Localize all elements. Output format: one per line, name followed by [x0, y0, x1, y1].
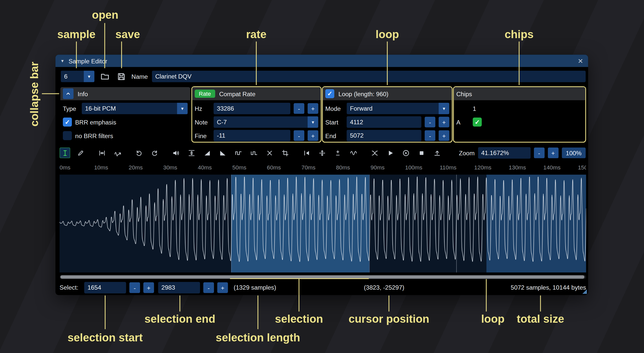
sample-type-select[interactable]: 16-bit PCM ▼	[82, 103, 188, 114]
type-label: Type	[63, 105, 78, 112]
toolbar-separator	[128, 149, 128, 157]
loop-mode-row: Mode Forward ▼	[325, 103, 449, 114]
annotation-loop-bottom: loop	[481, 313, 505, 325]
loop-start-increase-button[interactable]: +	[439, 117, 449, 127]
selection-start-input[interactable]: 1654	[84, 282, 126, 293]
window-title: Sample Editor	[69, 57, 107, 64]
trim-button[interactable]	[280, 147, 290, 158]
titlebar[interactable]: ▼ Sample Editor ✕	[56, 55, 588, 67]
selection-end-input[interactable]: 2983	[158, 282, 200, 293]
hz-decrease-button[interactable]: -	[294, 103, 304, 114]
window-resize-grip[interactable]	[582, 289, 587, 294]
plus-minus-icon	[334, 149, 341, 157]
ruler-tick: 130ms	[509, 164, 526, 170]
ruler-tick: 20ms	[129, 164, 143, 170]
window-collapse-icon[interactable]: ▼	[60, 59, 64, 63]
zoom-reset-button[interactable]: 100%	[562, 147, 586, 158]
sample-selector[interactable]: 6 ▼	[61, 71, 94, 82]
annotation-open: open	[92, 9, 118, 21]
loop-end-increase-button[interactable]: +	[439, 130, 449, 141]
hz-increase-button[interactable]: +	[308, 103, 318, 114]
crossfade-button[interactable]	[369, 147, 380, 158]
no-brr-filters-checkbox[interactable]: ✓	[63, 131, 72, 140]
fade-in-button[interactable]	[202, 147, 212, 158]
chevron-down-icon[interactable]: ▼	[439, 103, 449, 114]
check-icon: ✓	[327, 90, 332, 97]
select-mode-button[interactable]	[60, 147, 70, 158]
sample-name-input[interactable]: Clarinet DQV	[152, 71, 586, 82]
collapse-bar-button[interactable]	[63, 88, 73, 99]
chip-row: A ✓	[456, 116, 583, 128]
annotation-line-cursor-position	[389, 295, 389, 311]
open-button[interactable]	[99, 70, 111, 83]
loop-start-input[interactable]: 4112	[347, 116, 421, 128]
amplify-button[interactable]	[170, 147, 181, 158]
reverse-button[interactable]	[301, 147, 312, 158]
annotation-selection-start: selection start	[68, 332, 143, 344]
crop-icon	[282, 149, 289, 157]
invert-button[interactable]	[317, 147, 327, 158]
annotation-line-selection-end	[179, 295, 180, 311]
fine-increase-button[interactable]: +	[308, 130, 318, 141]
annotation-selection-end: selection end	[144, 313, 215, 325]
scrollbar-thumb[interactable]	[60, 275, 584, 279]
chevron-down-icon[interactable]: ▼	[84, 71, 94, 82]
loop-title: Loop (length: 960)	[338, 90, 388, 97]
preview-button[interactable]	[385, 147, 395, 158]
waveform-view[interactable]	[60, 175, 586, 272]
waveform-canvas[interactable]	[60, 175, 586, 272]
sign-invert-button[interactable]	[332, 147, 343, 158]
draw-mode-button[interactable]	[75, 147, 86, 158]
rate-section: Rate Compat Rate Hz 33286 - + Note C-7 ▼…	[191, 86, 321, 143]
resample-button[interactable]	[112, 147, 123, 158]
save-button[interactable]	[115, 70, 127, 83]
fade-out-button[interactable]	[217, 147, 228, 158]
loop-end-decrease-button[interactable]: -	[425, 130, 435, 141]
loop-mode-select[interactable]: Forward ▼	[347, 103, 449, 114]
close-icon[interactable]: ✕	[578, 57, 583, 65]
brr-emphasis-checkbox[interactable]: ✓	[63, 117, 72, 127]
resize-button[interactable]	[96, 147, 107, 158]
chip-enable-checkbox[interactable]: ✓	[473, 117, 482, 127]
selection-end-decrease-button[interactable]: -	[203, 282, 214, 293]
annotation-cursor-position: cursor position	[348, 313, 429, 325]
undo-icon	[135, 149, 142, 157]
selection-start-increase-button[interactable]: +	[143, 282, 154, 293]
zoom-in-button[interactable]: +	[548, 147, 558, 158]
timeline-ruler[interactable]: 0ms10ms20ms30ms40ms50ms60ms70ms80ms90ms1…	[60, 161, 586, 173]
note-select[interactable]: C-7 ▼	[213, 116, 318, 128]
invert-icon	[318, 149, 326, 157]
chevron-down-icon[interactable]: ▼	[177, 103, 187, 114]
loop-end-input[interactable]: 5072	[347, 130, 421, 141]
normalize-button[interactable]	[186, 147, 197, 158]
filter-button[interactable]	[348, 147, 358, 158]
crossfade-icon	[371, 149, 378, 157]
chevron-down-icon[interactable]: ▼	[308, 116, 318, 128]
redo-button[interactable]	[149, 147, 160, 158]
zoom-input[interactable]: 41.1672%	[478, 147, 530, 159]
zoom-cluster: Zoom 41.1672% - + 100%	[459, 147, 585, 159]
fine-decrease-button[interactable]: -	[294, 130, 304, 141]
apply-silence-button[interactable]	[249, 147, 259, 158]
loop-start-decrease-button[interactable]: -	[425, 117, 435, 127]
annotation-chips: chips	[505, 28, 534, 41]
loop-enable-checkbox[interactable]: ✓	[325, 89, 334, 98]
selection-start-decrease-button[interactable]: -	[129, 282, 140, 293]
annotation-line-total-size	[540, 295, 541, 311]
zoom-out-button[interactable]: -	[534, 147, 544, 158]
chips-title: Chips	[456, 90, 472, 97]
annotation-loop-top: loop	[375, 28, 399, 41]
stop-preview-button[interactable]	[416, 147, 427, 158]
undo-button[interactable]	[133, 147, 144, 158]
delete-button[interactable]	[264, 147, 275, 158]
fade-out-icon	[219, 149, 226, 157]
selection-end-increase-button[interactable]: +	[217, 282, 228, 293]
preview-from-cursor-button[interactable]	[400, 147, 411, 158]
upload-to-chip-button[interactable]	[432, 147, 442, 158]
ruler-tick: 150ms	[578, 164, 586, 170]
insert-silence-button[interactable]	[233, 147, 244, 158]
zoom-label: Zoom	[459, 149, 474, 157]
hz-input[interactable]: 33286	[213, 103, 290, 114]
fine-input[interactable]: -11	[213, 130, 290, 141]
waveform-scrollbar[interactable]	[60, 275, 586, 279]
